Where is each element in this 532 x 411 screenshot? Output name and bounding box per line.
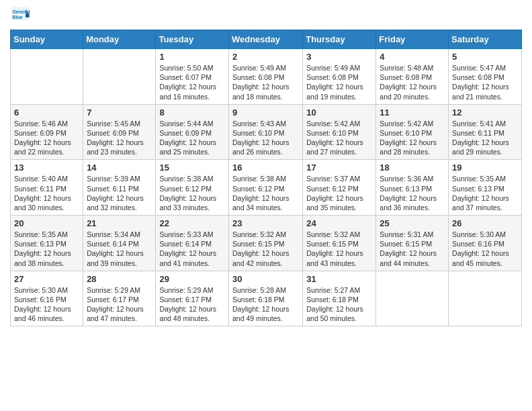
calendar-cell: 23Sunrise: 5:32 AM Sunset: 6:15 PM Dayli… — [228, 216, 302, 271]
day-number: 20 — [14, 218, 79, 228]
header-row: SundayMondayTuesdayWednesdayThursdayFrid… — [11, 30, 522, 49]
header-cell-thursday: Thursday — [303, 30, 376, 49]
day-number: 30 — [232, 274, 299, 284]
day-number: 21 — [87, 218, 152, 228]
calendar-body: 1Sunrise: 5:50 AM Sunset: 6:07 PM Daylig… — [11, 49, 522, 326]
day-info: Sunrise: 5:35 AM Sunset: 6:13 PM Dayligh… — [14, 230, 79, 268]
calendar-cell: 13Sunrise: 5:40 AM Sunset: 6:11 PM Dayli… — [11, 160, 83, 216]
day-info: Sunrise: 5:49 AM Sunset: 6:08 PM Dayligh… — [232, 63, 299, 101]
calendar-cell: 4Sunrise: 5:48 AM Sunset: 6:08 PM Daylig… — [376, 49, 449, 105]
day-info: Sunrise: 5:38 AM Sunset: 6:12 PM Dayligh… — [232, 174, 299, 212]
day-info: Sunrise: 5:30 AM Sunset: 6:16 PM Dayligh… — [452, 230, 518, 268]
calendar-cell: 28Sunrise: 5:29 AM Sunset: 6:17 PM Dayli… — [83, 271, 156, 326]
calendar-cell: 11Sunrise: 5:42 AM Sunset: 6:10 PM Dayli… — [376, 104, 449, 160]
calendar-cell: 6Sunrise: 5:46 AM Sunset: 6:09 PM Daylig… — [11, 104, 83, 160]
day-number: 19 — [452, 163, 518, 173]
calendar-cell — [376, 271, 449, 326]
day-info: Sunrise: 5:29 AM Sunset: 6:17 PM Dayligh… — [159, 285, 225, 324]
day-info: Sunrise: 5:40 AM Sunset: 6:11 PM Dayligh… — [14, 174, 79, 212]
day-info: Sunrise: 5:30 AM Sunset: 6:16 PM Dayligh… — [14, 285, 79, 324]
svg-marker-4 — [26, 13, 30, 17]
calendar-cell: 27Sunrise: 5:30 AM Sunset: 6:16 PM Dayli… — [11, 271, 83, 326]
calendar-cell: 19Sunrise: 5:35 AM Sunset: 6:13 PM Dayli… — [449, 160, 522, 216]
header-cell-tuesday: Tuesday — [156, 30, 229, 49]
week-row-0: 1Sunrise: 5:50 AM Sunset: 6:07 PM Daylig… — [11, 49, 522, 105]
day-info: Sunrise: 5:45 AM Sunset: 6:09 PM Dayligh… — [87, 119, 152, 157]
day-number: 11 — [380, 107, 445, 118]
day-number: 23 — [232, 218, 299, 228]
calendar-cell: 8Sunrise: 5:44 AM Sunset: 6:09 PM Daylig… — [156, 104, 229, 160]
calendar-cell: 14Sunrise: 5:39 AM Sunset: 6:11 PM Dayli… — [83, 160, 156, 216]
calendar-cell: 21Sunrise: 5:34 AM Sunset: 6:14 PM Dayli… — [83, 216, 156, 271]
day-info: Sunrise: 5:39 AM Sunset: 6:11 PM Dayligh… — [87, 174, 152, 212]
calendar-cell: 5Sunrise: 5:47 AM Sunset: 6:08 PM Daylig… — [449, 49, 522, 105]
day-number: 29 — [159, 274, 225, 284]
calendar-cell: 22Sunrise: 5:33 AM Sunset: 6:14 PM Dayli… — [156, 216, 229, 271]
calendar-cell: 24Sunrise: 5:32 AM Sunset: 6:15 PM Dayli… — [303, 216, 376, 271]
header-cell-wednesday: Wednesday — [228, 30, 302, 49]
page: General Blue SundayMondayTuesdayWednesda… — [0, 0, 532, 333]
header-cell-friday: Friday — [376, 30, 449, 49]
day-number: 24 — [306, 218, 372, 228]
day-number: 7 — [87, 107, 152, 118]
day-info: Sunrise: 5:32 AM Sunset: 6:15 PM Dayligh… — [306, 230, 372, 268]
day-info: Sunrise: 5:36 AM Sunset: 6:13 PM Dayligh… — [380, 174, 445, 212]
calendar-cell: 25Sunrise: 5:31 AM Sunset: 6:15 PM Dayli… — [376, 216, 449, 271]
logo: General Blue — [10, 7, 30, 24]
day-info: Sunrise: 5:46 AM Sunset: 6:09 PM Dayligh… — [14, 119, 79, 157]
day-info: Sunrise: 5:43 AM Sunset: 6:10 PM Dayligh… — [232, 119, 299, 157]
day-info: Sunrise: 5:44 AM Sunset: 6:09 PM Dayligh… — [159, 119, 225, 157]
day-info: Sunrise: 5:33 AM Sunset: 6:14 PM Dayligh… — [159, 230, 225, 268]
header-cell-monday: Monday — [83, 30, 156, 49]
day-number: 27 — [14, 274, 79, 284]
header-cell-sunday: Sunday — [11, 30, 83, 49]
svg-text:Blue: Blue — [12, 15, 22, 19]
calendar-cell — [449, 271, 522, 326]
day-number: 2 — [232, 52, 299, 62]
calendar-cell: 10Sunrise: 5:42 AM Sunset: 6:10 PM Dayli… — [303, 104, 376, 160]
day-info: Sunrise: 5:38 AM Sunset: 6:12 PM Dayligh… — [159, 174, 225, 212]
day-info: Sunrise: 5:32 AM Sunset: 6:15 PM Dayligh… — [232, 230, 299, 268]
day-number: 18 — [380, 163, 445, 173]
day-info: Sunrise: 5:31 AM Sunset: 6:15 PM Dayligh… — [380, 230, 445, 268]
week-row-4: 27Sunrise: 5:30 AM Sunset: 6:16 PM Dayli… — [11, 271, 522, 326]
calendar-cell: 29Sunrise: 5:29 AM Sunset: 6:17 PM Dayli… — [156, 271, 229, 326]
calendar-cell: 15Sunrise: 5:38 AM Sunset: 6:12 PM Dayli… — [156, 160, 229, 216]
calendar-cell: 9Sunrise: 5:43 AM Sunset: 6:10 PM Daylig… — [228, 104, 302, 160]
day-number: 5 — [452, 52, 518, 62]
week-row-2: 13Sunrise: 5:40 AM Sunset: 6:11 PM Dayli… — [11, 160, 522, 216]
calendar-cell: 12Sunrise: 5:41 AM Sunset: 6:11 PM Dayli… — [449, 104, 522, 160]
calendar-table: SundayMondayTuesdayWednesdayThursdayFrid… — [10, 30, 522, 326]
week-row-1: 6Sunrise: 5:46 AM Sunset: 6:09 PM Daylig… — [11, 104, 522, 160]
calendar-cell — [11, 49, 83, 105]
day-number: 26 — [452, 218, 518, 228]
day-number: 25 — [380, 218, 445, 228]
day-number: 16 — [232, 163, 299, 173]
calendar-cell: 20Sunrise: 5:35 AM Sunset: 6:13 PM Dayli… — [11, 216, 83, 271]
day-number: 15 — [159, 163, 225, 173]
day-number: 4 — [380, 52, 445, 62]
day-info: Sunrise: 5:50 AM Sunset: 6:07 PM Dayligh… — [159, 63, 225, 101]
calendar-cell: 7Sunrise: 5:45 AM Sunset: 6:09 PM Daylig… — [83, 104, 156, 160]
day-number: 8 — [159, 107, 225, 118]
calendar-cell: 17Sunrise: 5:37 AM Sunset: 6:12 PM Dayli… — [303, 160, 376, 216]
day-info: Sunrise: 5:28 AM Sunset: 6:18 PM Dayligh… — [232, 285, 299, 324]
day-number: 3 — [306, 52, 372, 62]
day-info: Sunrise: 5:48 AM Sunset: 6:08 PM Dayligh… — [380, 63, 445, 101]
calendar-cell — [83, 49, 156, 105]
day-number: 17 — [306, 163, 372, 173]
calendar-cell: 1Sunrise: 5:50 AM Sunset: 6:07 PM Daylig… — [156, 49, 229, 105]
day-number: 13 — [14, 163, 79, 173]
day-number: 12 — [452, 107, 518, 118]
calendar-header: SundayMondayTuesdayWednesdayThursdayFrid… — [11, 30, 522, 49]
logo-icon: General Blue — [11, 7, 30, 21]
header: General Blue — [10, 7, 522, 24]
day-info: Sunrise: 5:35 AM Sunset: 6:13 PM Dayligh… — [452, 174, 518, 212]
day-number: 6 — [14, 107, 79, 118]
day-number: 1 — [159, 52, 225, 62]
week-row-3: 20Sunrise: 5:35 AM Sunset: 6:13 PM Dayli… — [11, 216, 522, 271]
day-info: Sunrise: 5:29 AM Sunset: 6:17 PM Dayligh… — [87, 285, 152, 324]
calendar-cell: 18Sunrise: 5:36 AM Sunset: 6:13 PM Dayli… — [376, 160, 449, 216]
day-info: Sunrise: 5:42 AM Sunset: 6:10 PM Dayligh… — [380, 119, 445, 157]
day-info: Sunrise: 5:49 AM Sunset: 6:08 PM Dayligh… — [306, 63, 372, 101]
